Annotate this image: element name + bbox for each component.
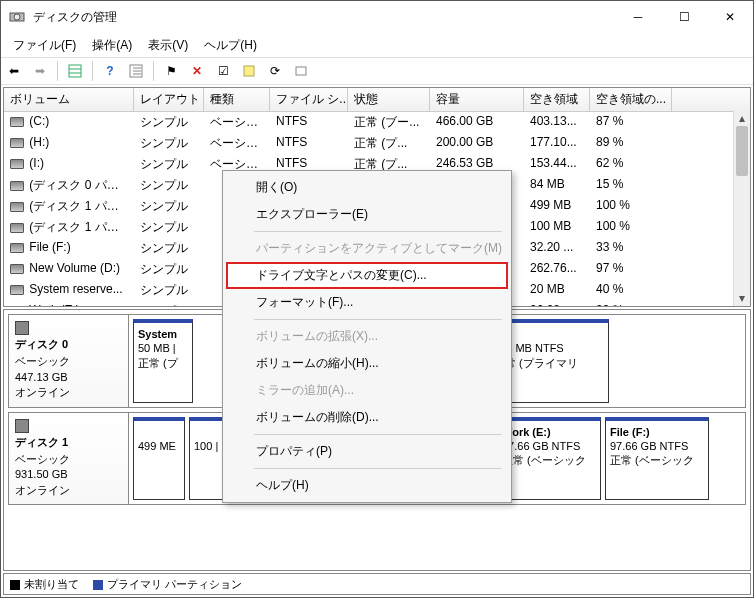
disk-info: ディスク 0ベーシック447.13 GBオンライン <box>9 315 129 407</box>
scroll-thumb[interactable] <box>736 126 748 176</box>
cell: 正常 (プ... <box>348 134 430 153</box>
cell: File (F:) <box>4 239 134 258</box>
settings-icon[interactable] <box>290 60 312 82</box>
column-header-freepct[interactable]: 空き領域の... <box>590 88 672 111</box>
refresh-icon[interactable]: ⚑ <box>160 60 182 82</box>
minimize-button[interactable]: ─ <box>615 1 661 33</box>
column-header-layout[interactable]: レイアウト <box>134 88 204 111</box>
cell: 97 % <box>590 260 672 279</box>
column-header-capacity[interactable]: 容量 <box>430 88 524 111</box>
details-icon[interactable] <box>125 60 147 82</box>
cell: シンプル <box>134 113 204 132</box>
column-header-volume[interactable]: ボリューム <box>4 88 134 111</box>
cell: System reserve... <box>4 281 134 300</box>
ctx-item[interactable]: ボリュームの削除(D)... <box>226 404 508 431</box>
menu-action[interactable]: 操作(A) <box>84 35 140 56</box>
menu-help[interactable]: ヘルプ(H) <box>196 35 265 56</box>
cell: (ディスク 0 パーテ... <box>4 176 134 195</box>
scroll-up-icon[interactable]: ▴ <box>734 110 750 126</box>
svg-point-1 <box>14 14 20 20</box>
toolbar: ⬅ ➡ ? ⚑ ✕ ☑ ⟳ <box>1 57 753 85</box>
ctx-item[interactable]: 開く(O) <box>226 174 508 201</box>
menu-view[interactable]: 表示(V) <box>140 35 196 56</box>
cell: NTFS <box>270 113 348 132</box>
cell: Work (E:) <box>4 302 134 307</box>
cell: 153.44... <box>524 155 590 174</box>
cell: シンプル <box>134 176 204 195</box>
cell: 466.00 GB <box>430 113 524 132</box>
cell: 33 % <box>590 239 672 258</box>
new-icon[interactable] <box>238 60 260 82</box>
disk-mgmt-icon <box>9 9 25 25</box>
delete-icon[interactable]: ✕ <box>186 60 208 82</box>
column-header-fs[interactable]: ファイル シ... <box>270 88 348 111</box>
svg-rect-10 <box>296 67 306 75</box>
partition[interactable]: System50 MB |正常 (プ <box>133 319 193 403</box>
cell: (ディスク 1 パーテ... <box>4 218 134 237</box>
window-title: ディスクの管理 <box>33 9 615 26</box>
column-header-status[interactable]: 状態 <box>348 88 430 111</box>
properties-icon[interactable]: ☑ <box>212 60 234 82</box>
cell: New Volume (D:) <box>4 260 134 279</box>
cell: 96.20 ... <box>524 302 590 307</box>
legend: 未割り当て プライマリ パーティション <box>3 573 751 595</box>
cell: 62 % <box>590 155 672 174</box>
svg-rect-9 <box>244 66 254 76</box>
cell: シンプル <box>134 302 204 307</box>
disk-info: ディスク 1ベーシック931.50 GBオンライン <box>9 413 129 505</box>
cell: 403.13... <box>524 113 590 132</box>
ctx-item[interactable]: プロパティ(P) <box>226 438 508 465</box>
close-button[interactable]: ✕ <box>707 1 753 33</box>
ctx-item[interactable]: ドライブ文字とパスの変更(C)... <box>226 262 508 289</box>
column-header-type[interactable]: 種類 <box>204 88 270 111</box>
partition[interactable]: Work (E:)97.66 GB NTFS正常 (ベーシック ラ <box>497 417 601 501</box>
ctx-item[interactable]: エクスプローラー(E) <box>226 201 508 228</box>
partition[interactable]: File (F:)97.66 GB NTFS正常 (ベーシック <box>605 417 709 501</box>
legend-unalloc: 未割り当て <box>24 578 79 590</box>
cell: 100 MB <box>524 218 590 237</box>
scroll-down-icon[interactable]: ▾ <box>734 290 750 306</box>
cell: NTFS <box>270 134 348 153</box>
cell: 499 MB <box>524 197 590 216</box>
menu-file[interactable]: ファイル(F) <box>5 35 84 56</box>
cell: (H:) <box>4 134 134 153</box>
cell: シンプル <box>134 281 204 300</box>
cell: シンプル <box>134 218 204 237</box>
cell: シンプル <box>134 239 204 258</box>
forward-icon[interactable]: ➡ <box>29 60 51 82</box>
partition[interactable]: 499 ME <box>133 417 185 501</box>
context-menu: 開く(O)エクスプローラー(E)パーティションをアクティブとしてマーク(M)ドラ… <box>222 170 512 503</box>
cell: ベーシック <box>204 134 270 153</box>
cell: (C:) <box>4 113 134 132</box>
list-icon[interactable] <box>64 60 86 82</box>
ctx-item: ボリュームの拡張(X)... <box>226 323 508 350</box>
help-icon[interactable]: ? <box>99 60 121 82</box>
table-row[interactable]: (H:)シンプルベーシックNTFS正常 (プ...200.00 GB177.10… <box>4 133 750 154</box>
table-row[interactable]: (C:)シンプルベーシックNTFS正常 (ブー...466.00 GB403.1… <box>4 112 750 133</box>
rescan-icon[interactable]: ⟳ <box>264 60 286 82</box>
cell: 32.20 ... <box>524 239 590 258</box>
maximize-button[interactable]: ☐ <box>661 1 707 33</box>
cell: 100 % <box>590 197 672 216</box>
back-icon[interactable]: ⬅ <box>3 60 25 82</box>
ctx-item[interactable]: ボリュームの縮小(H)... <box>226 350 508 377</box>
cell: 87 % <box>590 113 672 132</box>
list-scrollbar[interactable]: ▴ ▾ <box>733 110 750 306</box>
ctx-item[interactable]: フォーマット(F)... <box>226 289 508 316</box>
cell: シンプル <box>134 155 204 174</box>
svg-rect-2 <box>69 65 81 77</box>
cell: 20 MB <box>524 281 590 300</box>
cell: 15 % <box>590 176 672 195</box>
ctx-item[interactable]: ヘルプ(H) <box>226 472 508 499</box>
cell: 200.00 GB <box>430 134 524 153</box>
cell: シンプル <box>134 134 204 153</box>
cell: ベーシック <box>204 113 270 132</box>
column-header-free[interactable]: 空き領域 <box>524 88 590 111</box>
cell: 100 % <box>590 218 672 237</box>
ctx-item: ミラーの追加(A)... <box>226 377 508 404</box>
ctx-item: パーティションをアクティブとしてマーク(M) <box>226 235 508 262</box>
cell: (I:) <box>4 155 134 174</box>
cell: 177.10... <box>524 134 590 153</box>
cell: 40 % <box>590 281 672 300</box>
cell: (ディスク 1 パーテ... <box>4 197 134 216</box>
